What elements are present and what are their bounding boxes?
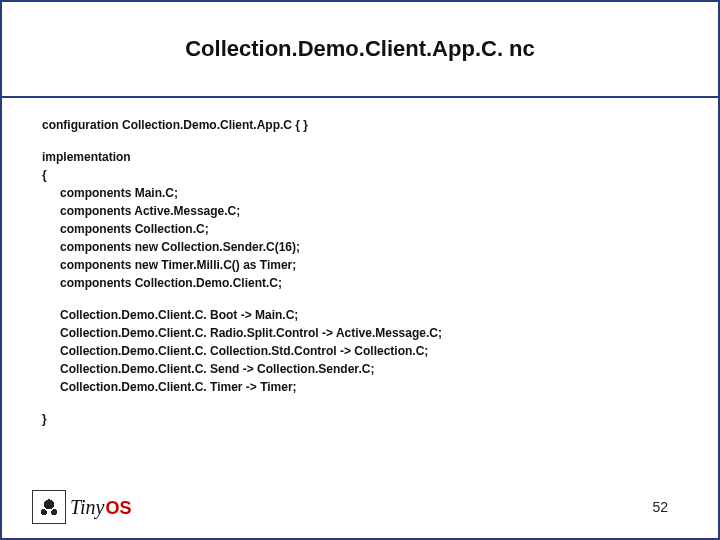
brace-open: {: [42, 166, 678, 184]
slide-title: Collection.Demo.Client.App.C. nc: [185, 36, 535, 62]
code-line: Collection.Demo.Client.C. Collection.Std…: [60, 342, 678, 360]
code-line: Collection.Demo.Client.C. Send -> Collec…: [60, 360, 678, 378]
logo-word-tiny: Tiny: [70, 496, 104, 519]
title-band: Collection.Demo.Client.App.C. nc: [2, 2, 718, 98]
implementation-block: implementation { components Main.C; comp…: [42, 148, 678, 292]
config-line: configuration Collection.Demo.Client.App…: [42, 116, 678, 134]
code-line: Collection.Demo.Client.C. Timer -> Timer…: [60, 378, 678, 396]
tinyos-logo: Tiny OS: [12, 490, 131, 524]
code-body: configuration Collection.Demo.Client.App…: [2, 98, 718, 538]
code-line: components Active.Message.C;: [60, 202, 678, 220]
code-line: components Collection.C;: [60, 220, 678, 238]
footer: Tiny OS 52: [12, 486, 708, 528]
tinyos-logo-text: Tiny OS: [70, 496, 131, 519]
tinyos-logo-icon: [32, 490, 66, 524]
code-line: components Collection.Demo.Client.C;: [60, 274, 678, 292]
page-number: 52: [652, 499, 708, 515]
components-list: components Main.C; components Active.Mes…: [42, 184, 678, 292]
logo-word-os: OS: [105, 498, 131, 519]
code-line: Collection.Demo.Client.C. Radio.Split.Co…: [60, 324, 678, 342]
slide: Collection.Demo.Client.App.C. nc configu…: [0, 0, 720, 540]
impl-keyword: implementation: [42, 148, 678, 166]
brace-close: }: [42, 410, 678, 428]
code-line: components Main.C;: [60, 184, 678, 202]
code-line: Collection.Demo.Client.C. Boot -> Main.C…: [60, 306, 678, 324]
code-line: components new Timer.Milli.C() as Timer;: [60, 256, 678, 274]
code-line: components new Collection.Sender.C(16);: [60, 238, 678, 256]
wirings-list: Collection.Demo.Client.C. Boot -> Main.C…: [42, 306, 678, 396]
